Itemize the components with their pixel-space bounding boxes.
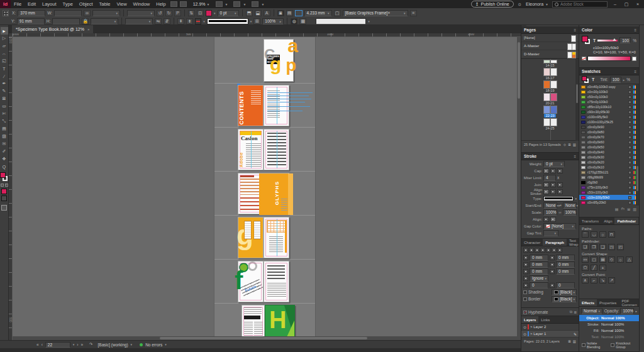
pages-spread-row[interactable]: 20-21 [543,93,557,105]
swatch-row[interactable]: c0m0y0k90 [579,124,639,129]
opacity-field[interactable]: 100%▸ [262,18,284,25]
first-page-button[interactable]: « [36,343,39,347]
spread-specimen[interactable]: g [214,216,315,260]
lock-icon[interactable]: 🔒 [82,18,89,25]
width-field[interactable] [54,10,82,16]
wrap-none-icon[interactable]: ▣ [277,10,284,16]
pathfinder-icon-button[interactable]: ◇ [608,256,615,263]
space-before-field[interactable]: 0 mm [530,268,548,275]
swatch-row[interactable]: c10m100y50k0 [579,195,639,200]
cap-projecting-button[interactable] [557,168,563,173]
panel-tab[interactable]: Character [521,239,543,246]
tool-button[interactable]: ∕ [1,72,8,80]
swatch-row[interactable]: c0m0y0k30 [579,155,639,160]
workspace-switcher[interactable]: Eleonora▼ [526,2,548,6]
scale-x-field[interactable]: ▾ [92,10,120,16]
corner-options-icon[interactable] [295,10,303,16]
panel-tab[interactable]: Text Wrap [567,239,579,246]
white-swatch-icon[interactable] [632,57,636,61]
tool-button[interactable]: ✄ [1,110,8,118]
screen-mode-button[interactable] [1,205,7,211]
pathfinder-icon-button[interactable]: ▤ [599,256,606,263]
swatch-row[interactable]: c100m100y25k25 [579,119,639,124]
spread-glyphs[interactable]: GLYPHS [214,172,315,216]
panel-tab[interactable]: PDF Commen [619,299,639,306]
rotate-cw-icon[interactable]: ↻ [165,10,172,16]
color-ramp[interactable] [587,56,631,61]
join-round-button[interactable] [550,182,556,187]
tool-button[interactable]: ▷ [1,35,8,42]
align-center-button[interactable] [543,189,549,194]
tool-button[interactable]: ⊠ [1,95,8,102]
preflight-profile-label[interactable]: [Basic] (working) [98,343,128,347]
pasteboard[interactable]: a C g p SPECIMEN TYPE BOOK CONTENTS [214,37,316,340]
scale-start-field[interactable]: 100% [543,209,557,216]
swatch-row[interactable]: c50m100y0k0 [579,190,639,195]
panel-menu-icon[interactable]: ≡ [634,70,636,74]
adobe-stock-search-input[interactable]: Adobe Stock [552,1,608,8]
delete-spread-icon[interactable]: ▥ [573,143,576,147]
panel-options-icon[interactable]: ⧉ [570,310,572,314]
swatch-row[interactable]: c100m95y5k0 [579,114,639,119]
master-page-row[interactable]: D-Master [521,50,579,58]
pathfinder-icon-button[interactable]: ◡ [591,231,597,238]
effects-target-row[interactable]: Stroke: Normal 100% [579,321,639,327]
layer-row[interactable]: ⊙ > Layer 1 ✎ [521,331,579,338]
rotation-angle-field[interactable]: ▾ [127,10,155,16]
vertical-ruler[interactable]: 5001000 [9,37,13,340]
close-tab-icon[interactable]: × [87,28,90,31]
apply-gradient-button[interactable] [1,195,7,201]
fit-content-icon[interactable]: ⬓ [255,10,262,16]
panel-list-icon[interactable]: ≣ [574,310,577,314]
tint-slider-handle[interactable] [613,38,616,41]
minimize-button[interactable]: – [611,2,619,6]
document-tab[interactable]: *Specimen Type Book.indd @ 12% × [12,25,93,33]
swatch-row[interactable]: c0m0y0k10 [579,165,639,170]
auto-fit-icon[interactable]: A [264,10,270,16]
panel-menu-icon[interactable]: ≡ [410,10,417,16]
swatch-row[interactable]: r99g99b99 [579,175,639,180]
apply-color-button[interactable] [1,189,7,194]
fill-stroke-swatches[interactable] [0,172,8,182]
x-position-field[interactable]: 370 mm [18,10,45,16]
isolate-blending-checkbox[interactable]: Isolate Blending [582,341,607,349]
swatch-row[interactable]: c0m0y0k50 [579,145,639,150]
restore-button[interactable]: ▢ [623,2,630,7]
tool-button[interactable]: ✐ [1,148,8,155]
panel-tab[interactable]: Paragraph [543,239,567,246]
fill-color-swatch[interactable] [206,10,212,16]
pathfinder-icon-button[interactable]: + [599,265,606,271]
corner-radius-field[interactable]: 4.233 mm▾ [304,10,332,16]
screen-mode-dropdown[interactable]: ▼ [232,1,246,7]
preflight-status-label[interactable]: No errors [145,343,162,347]
align-arrow-extend-button[interactable] [550,217,556,222]
fit-frame-icon[interactable]: ⬒ [246,10,253,16]
menu-item[interactable]: Table [96,0,114,8]
menu-item[interactable]: File [11,0,25,8]
scale-end-field[interactable]: 100% [563,209,577,216]
pathfinder-icon-button[interactable]: ∧ [582,277,589,283]
swatch-row[interactable]: c75m0y100k0 [579,99,639,104]
miter-limit-field[interactable]: 4 [543,175,556,181]
panel-tab[interactable]: Effects [579,299,597,306]
space-same-style-dropdown[interactable]: Ignore▾ [530,275,548,282]
spread-h[interactable]: H [214,304,315,340]
tint-field[interactable]: 100 [610,77,621,83]
formatting-container-icon[interactable]: □ [1,184,4,187]
shear-angle-field[interactable]: ▾ [125,18,153,25]
pathfinder-icon-button[interactable]: ↗ [608,277,615,283]
layer-visibility-icon[interactable]: ⊙ [523,332,526,336]
reference-point-proxy[interactable] [3,10,9,16]
tool-button[interactable]: ► [1,27,8,35]
justify-center-button[interactable] [546,248,551,253]
scale-y-field[interactable]: ▾ [91,18,118,25]
shading-checkbox[interactable] [523,290,527,294]
pathfinder-icon-button[interactable]: ◳ [608,244,615,250]
stroke-weight-dropdown[interactable]: 0 pt▾ [218,10,239,16]
pathfinder-icon-button[interactable]: ❐ [591,244,597,250]
constrain-proportions-icon[interactable]: ∞ [84,10,91,16]
swatch-row[interactable]: c0m40y100k0 copy [579,84,639,89]
flip-horizontal-icon[interactable]: ⇅ [188,10,195,16]
pathfinder-icon-button[interactable]: ⬠ [582,265,589,271]
view-options-dropdown[interactable]: ▼ [214,1,228,7]
